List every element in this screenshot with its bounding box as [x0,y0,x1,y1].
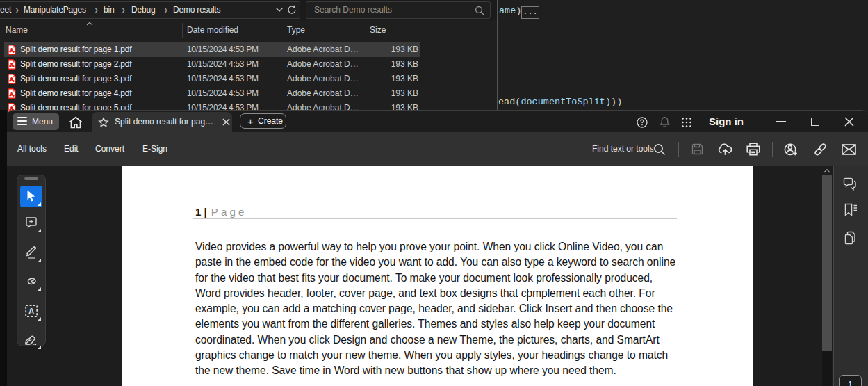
svg-text:A: A [28,307,35,316]
